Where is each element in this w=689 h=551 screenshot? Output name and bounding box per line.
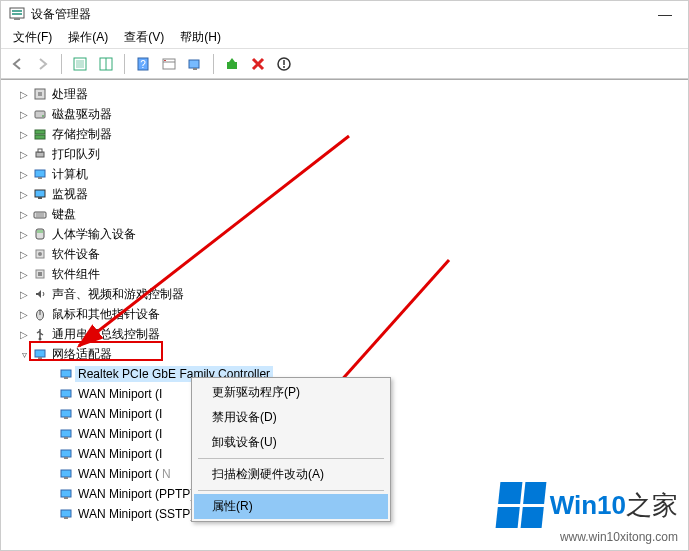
tree-node-printqueue[interactable]: ▷ 打印队列	[11, 144, 688, 164]
expander-icon[interactable]: ▷	[17, 309, 31, 320]
tree-area: ▷ 处理器 ▷ 磁盘驱动器 ▷ 存储控制器 ▷ 打印队列 ▷ 计算机 ▷	[1, 79, 688, 550]
expander-icon[interactable]: ▷	[17, 129, 31, 140]
forward-button[interactable]	[31, 52, 55, 76]
network-device-icon	[57, 487, 75, 501]
back-button[interactable]	[5, 52, 29, 76]
tree-node-disk[interactable]: ▷ 磁盘驱动器	[11, 104, 688, 124]
ctx-separator	[198, 458, 384, 459]
tree-node-hid[interactable]: ▷ 人体学输入设备	[11, 224, 688, 244]
expander-icon[interactable]: ▷	[17, 169, 31, 180]
node-label: 声音、视频和游戏控制器	[49, 285, 187, 304]
svg-rect-22	[35, 130, 45, 134]
node-label: WAN Miniport (I	[75, 386, 165, 402]
node-label: WAN Miniport (	[75, 466, 162, 482]
svg-rect-20	[35, 111, 45, 118]
expander-icon[interactable]: ▷	[17, 109, 31, 120]
svg-rect-55	[64, 477, 68, 479]
svg-rect-42	[35, 350, 45, 357]
svg-rect-13	[189, 60, 199, 68]
expander-icon[interactable]: ▷	[17, 89, 31, 100]
expander-icon[interactable]: ▷	[17, 189, 31, 200]
svg-rect-38	[38, 272, 42, 276]
menu-view[interactable]: 查看(V)	[118, 27, 170, 48]
svg-rect-23	[35, 135, 45, 139]
disable-button[interactable]	[246, 52, 270, 76]
expander-icon[interactable]: ▷	[17, 249, 31, 260]
network-device-icon	[57, 427, 75, 441]
svg-rect-15	[227, 62, 237, 69]
svg-rect-59	[64, 517, 68, 519]
minimize-button[interactable]: —	[650, 6, 680, 22]
ctx-uninstall-device[interactable]: 卸载设备(U)	[194, 430, 388, 455]
tree-node-mouse[interactable]: ▷ 鼠标和其他指针设备	[11, 304, 688, 324]
svg-rect-44	[61, 370, 71, 377]
watermark: Win10之家 www.win10xitong.com	[498, 482, 678, 544]
tree-node-sound[interactable]: ▷ 声音、视频和游戏控制器	[11, 284, 688, 304]
hid-icon	[31, 227, 49, 241]
network-adapter-icon	[31, 347, 49, 361]
tree-node-cpu[interactable]: ▷ 处理器	[11, 84, 688, 104]
tree-node-monitor[interactable]: ▷ 监视器	[11, 184, 688, 204]
toolbar-separator	[61, 54, 62, 74]
svg-rect-58	[61, 510, 71, 517]
menubar: 文件(F) 操作(A) 查看(V) 帮助(H)	[1, 27, 688, 49]
node-label: 处理器	[49, 85, 91, 104]
node-label: 软件组件	[49, 265, 103, 284]
svg-rect-56	[61, 490, 71, 497]
view-columns-button[interactable]	[94, 52, 118, 76]
svg-rect-19	[38, 92, 42, 96]
node-label: 软件设备	[49, 245, 103, 264]
cpu-icon	[31, 87, 49, 101]
scan-button[interactable]	[183, 52, 207, 76]
svg-rect-24	[36, 152, 44, 157]
svg-text:?: ?	[140, 59, 146, 70]
svg-point-41	[39, 338, 42, 341]
tree-node-storage[interactable]: ▷ 存储控制器	[11, 124, 688, 144]
network-device-icon	[57, 447, 75, 461]
expander-icon[interactable]: ▷	[17, 209, 31, 220]
expander-icon[interactable]: ▷	[17, 149, 31, 160]
expander-icon[interactable]: ▷	[17, 329, 31, 340]
ctx-disable-device[interactable]: 禁用设备(D)	[194, 405, 388, 430]
context-menu: 更新驱动程序(P) 禁用设备(D) 卸载设备(U) 扫描检测硬件改动(A) 属性…	[191, 377, 391, 522]
tree-node-network[interactable]: ▿ 网络适配器	[11, 344, 688, 364]
node-label: 鼠标和其他指针设备	[49, 305, 163, 324]
tree-node-software-device[interactable]: ▷ 软件设备	[11, 244, 688, 264]
tree-node-keyboard[interactable]: ▷ 键盘	[11, 204, 688, 224]
update-driver-button[interactable]	[220, 52, 244, 76]
watermark-brand: Win10之家	[550, 488, 678, 523]
ctx-update-driver[interactable]: 更新驱动程序(P)	[194, 380, 388, 405]
svg-rect-45	[64, 377, 68, 379]
svg-rect-57	[64, 497, 68, 499]
tree-node-usb[interactable]: ▷ 通用串行总线控制器	[11, 324, 688, 344]
expander-icon[interactable]: ▷	[17, 269, 31, 280]
node-label: 打印队列	[49, 145, 103, 164]
brand-rest: 之家	[626, 490, 678, 520]
node-label-suffix: N	[162, 467, 171, 481]
disk-icon	[31, 107, 49, 121]
svg-rect-3	[14, 18, 20, 20]
show-hidden-button[interactable]	[68, 52, 92, 76]
node-label: WAN Miniport (I	[75, 426, 165, 442]
menu-help[interactable]: 帮助(H)	[174, 27, 227, 48]
software-component-icon	[31, 267, 49, 281]
ctx-properties[interactable]: 属性(R)	[194, 494, 388, 519]
uninstall-button[interactable]	[272, 52, 296, 76]
expander-icon[interactable]: ▷	[17, 289, 31, 300]
svg-point-21	[42, 115, 44, 117]
computer-icon	[31, 167, 49, 181]
ctx-scan-hardware[interactable]: 扫描检测硬件改动(A)	[194, 462, 388, 487]
tree-node-computer[interactable]: ▷ 计算机	[11, 164, 688, 184]
properties-button[interactable]	[157, 52, 181, 76]
svg-rect-47	[64, 397, 68, 399]
menu-file[interactable]: 文件(F)	[7, 27, 58, 48]
svg-rect-48	[61, 410, 71, 417]
tree-node-software-component[interactable]: ▷ 软件组件	[11, 264, 688, 284]
help-button[interactable]: ?	[131, 52, 155, 76]
expander-icon[interactable]: ▷	[17, 229, 31, 240]
svg-rect-54	[61, 470, 71, 477]
expander-icon[interactable]: ▿	[17, 349, 31, 360]
storage-controller-icon	[31, 127, 49, 141]
menu-action[interactable]: 操作(A)	[62, 27, 114, 48]
network-device-icon	[57, 507, 75, 521]
